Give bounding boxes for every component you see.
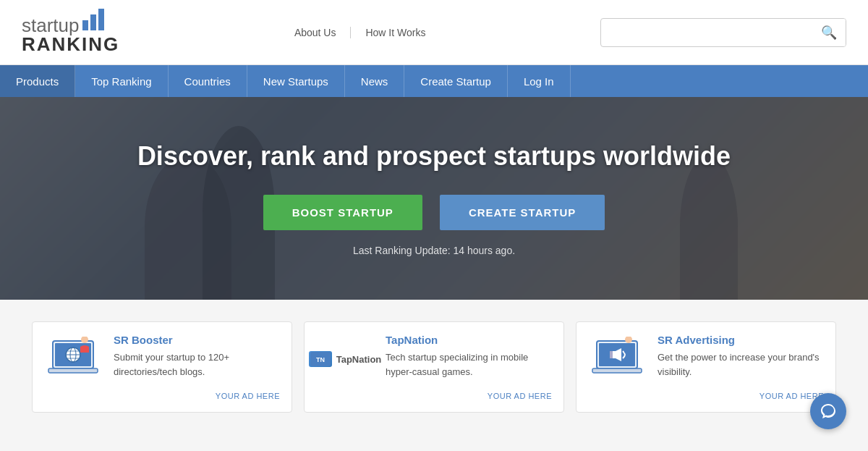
logo-bars-icon	[82, 9, 104, 30]
tapnation-icon-area: TN TapNation	[316, 334, 374, 384]
chat-button[interactable]	[810, 393, 846, 427]
svg-text:TN: TN	[316, 356, 325, 363]
card-inner: SR Booster Submit your startup to 120+ d…	[44, 334, 280, 384]
nav-item-news[interactable]: News	[345, 65, 405, 97]
about-us-link[interactable]: About Us	[294, 27, 336, 38]
card-sr-booster: SR Booster Submit your startup to 120+ d…	[32, 321, 292, 413]
card-title-tapnation: TapNation	[386, 334, 552, 346]
last-update-text: Last Ranking Update: 14 hours ago.	[353, 245, 515, 256]
card-inner-sr-advertising: SR Advertising Get the power to increase…	[588, 334, 824, 384]
card-ad-tapnation[interactable]: YOUR AD HERE	[316, 392, 552, 400]
nav-item-countries[interactable]: Countries	[169, 65, 247, 97]
create-startup-button[interactable]: CREATE STARTUP	[440, 195, 605, 230]
navigation: Products Top Ranking Countries New Start…	[0, 65, 868, 97]
tapnation-label: TapNation	[336, 354, 382, 365]
card-title-sr-booster: SR Booster	[114, 334, 280, 346]
card-ad-sr-booster[interactable]: YOUR AD HERE	[44, 392, 280, 400]
boost-startup-button[interactable]: BOOST STARTUP	[263, 195, 422, 230]
svg-rect-7	[48, 368, 98, 373]
nav-item-create-startup[interactable]: Create Startup	[404, 65, 508, 97]
sr-advertising-icon-area	[588, 334, 646, 384]
card-inner-tapnation: TN TapNation TapNation Tech startup spec…	[316, 334, 552, 384]
nav-item-top-ranking[interactable]: Top Ranking	[75, 65, 168, 97]
nav-item-login[interactable]: Log In	[508, 65, 571, 97]
card-sr-advertising: SR Advertising Get the power to increase…	[576, 321, 836, 413]
header: startup RANKING About Us How It Works 🔍	[0, 0, 868, 65]
how-it-works-link[interactable]: How It Works	[365, 27, 425, 38]
card-title-sr-advertising: SR Advertising	[658, 334, 824, 346]
hero-buttons: BOOST STARTUP CREATE STARTUP	[263, 195, 605, 230]
tapnation-logo: TN TapNation	[309, 351, 382, 367]
hero-content: Discover, rank and prospect startups wor…	[0, 97, 868, 300]
hero-section: Discover, rank and prospect startups wor…	[0, 97, 868, 300]
chat-icon	[820, 402, 837, 420]
svg-rect-14	[610, 351, 613, 358]
card-tapnation: TN TapNation TapNation Tech startup spec…	[304, 321, 564, 413]
svg-rect-15	[592, 368, 642, 373]
nav-item-products[interactable]: Products	[0, 65, 75, 97]
cards-section: SR Booster Submit your startup to 120+ d…	[0, 300, 868, 427]
logo-ranking-text: RANKING	[22, 33, 119, 56]
card-text-tapnation: TapNation Tech startup specializing in m…	[386, 334, 552, 379]
card-desc-sr-advertising: Get the power to increase your brand's v…	[658, 350, 824, 379]
logo[interactable]: startup RANKING	[22, 9, 119, 56]
card-text-sr-booster: SR Booster Submit your startup to 120+ d…	[114, 334, 280, 379]
sr-booster-icon-area	[44, 334, 102, 384]
header-links: About Us How It Works	[119, 27, 600, 38]
card-text-sr-advertising: SR Advertising Get the power to increase…	[658, 334, 824, 379]
tapnation-brand-icon: TN	[309, 351, 332, 367]
nav-item-new-startups[interactable]: New Startups	[247, 65, 345, 97]
search-input[interactable]	[601, 21, 812, 44]
card-desc-tapnation: Tech startup specializing in mobile hype…	[386, 350, 552, 379]
sr-advertising-laptop-icon	[591, 337, 643, 382]
header-divider	[350, 27, 351, 38]
sr-booster-laptop-icon	[47, 337, 99, 382]
card-desc-sr-booster: Submit your startup to 120+ directories/…	[114, 350, 280, 379]
search-area: 🔍	[600, 18, 846, 47]
search-button[interactable]: 🔍	[812, 19, 846, 46]
hero-title: Discover, rank and prospect startups wor…	[137, 141, 731, 172]
card-ad-sr-advertising[interactable]: YOUR AD HERE	[588, 392, 824, 400]
